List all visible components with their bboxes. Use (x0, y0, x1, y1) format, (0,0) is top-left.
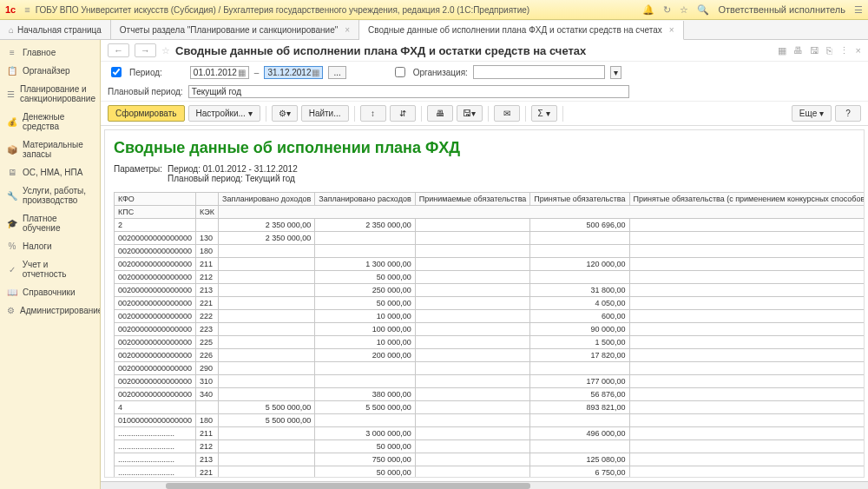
report-area[interactable]: Сводные данные об исполнении плана ФХД П… (104, 129, 865, 478)
sidebar-icon: 💰 (7, 117, 17, 127)
tab-reports[interactable]: Отчеты раздела "Планирование и санкциони… (111, 20, 359, 39)
sidebar-icon: ☰ (7, 89, 15, 99)
print-button[interactable]: 🖶 (427, 105, 453, 122)
sidebar-label: Органайзер (23, 66, 70, 76)
window-title: ГОБУ ВПО Университет искусств (Субсидия)… (36, 5, 643, 15)
close-icon[interactable]: × (669, 25, 674, 35)
sidebar-icon: 🖥 (7, 168, 17, 177)
sidebar-item[interactable]: 💰Денежные средства (0, 108, 100, 135)
sidebar-icon: ✓ (7, 265, 17, 274)
sidebar-item[interactable]: ⚙Администрирование (0, 301, 100, 320)
find-button[interactable]: Найти... (301, 105, 349, 122)
star-icon[interactable]: ☆ (680, 4, 688, 16)
sidebar-item[interactable]: 📋Органайзер (0, 62, 100, 80)
favorite-icon[interactable]: ☆ (161, 45, 170, 56)
org-input[interactable] (473, 65, 605, 79)
back-button[interactable]: ← (108, 43, 129, 57)
plan-period-select[interactable]: Текущий год (188, 85, 629, 98)
tab-summary[interactable]: Сводные данные об исполнении плана ФХД и… (359, 21, 683, 40)
sidebar-icon: 🔧 (7, 191, 17, 201)
sidebar-label: Материальные запасы (23, 140, 93, 159)
sidebar-label: Справочники (23, 287, 76, 297)
sidebar-label: ОС, НМА, НПА (23, 168, 82, 177)
app-logo: 1c (5, 4, 16, 15)
plan-period-label: Плановый период: (108, 87, 183, 96)
filter-button[interactable]: ⚙▾ (272, 105, 298, 122)
sidebar-label: Учет и отчетность (23, 260, 93, 279)
sidebar-icon: ≡ (7, 48, 17, 57)
date-to[interactable]: 31.12.2012▦ (264, 66, 323, 79)
report-title: Сводные данные об исполнении плана ФХД (114, 139, 855, 157)
sidebar-label: Администрирование (20, 306, 101, 315)
expand-button[interactable]: ↕ (360, 105, 386, 122)
titlebar: 1c ≡ ГОБУ ВПО Университет искусств (Субс… (0, 0, 868, 20)
sidebar-item[interactable]: 📖Справочники (0, 283, 100, 301)
sidebar-item[interactable]: ☰Планирование и санкционирование (0, 80, 100, 108)
sidebar-icon: 📋 (7, 66, 17, 76)
form-button[interactable]: Сформировать (108, 105, 185, 122)
sidebar-icon: % (7, 241, 17, 251)
collapse-button[interactable]: ⇵ (390, 105, 416, 122)
save-button[interactable]: 🖫▾ (457, 105, 483, 122)
search-icon[interactable]: 🔍 (697, 4, 709, 16)
sidebar-icon: 🎓 (7, 219, 17, 228)
calendar-icon[interactable]: ▦ (312, 68, 319, 77)
sidebar-item[interactable]: 🖥ОС, НМА, НПА (0, 163, 100, 182)
save-icon[interactable]: 🖫 (810, 45, 819, 56)
org-picker-button[interactable]: ▾ (610, 66, 621, 79)
forward-button[interactable]: → (135, 43, 156, 57)
mail-button[interactable]: ✉ (494, 105, 520, 122)
settings-button[interactable]: Настройки... ▾ (188, 105, 260, 122)
user-menu-icon[interactable]: ☰ (854, 4, 863, 16)
user-label[interactable]: Ответственный исполнитель (718, 4, 845, 16)
sidebar-label: Платное обучение (23, 214, 93, 233)
org-checkbox[interactable] (395, 67, 405, 77)
sidebar-label: Главное (23, 48, 56, 57)
more-button[interactable]: Еще ▾ (792, 105, 832, 122)
close-icon[interactable]: × (345, 25, 350, 35)
period-label: Период: (129, 68, 162, 77)
link-icon[interactable]: ⎘ (826, 45, 832, 56)
org-label: Организация: (413, 68, 468, 77)
tab-home[interactable]: Начальная страница (0, 20, 111, 39)
sum-button[interactable]: Σ ▾ (531, 105, 557, 122)
sidebar-icon: 📖 (7, 287, 17, 297)
h-scrollbar[interactable] (101, 481, 868, 489)
page-header: ← → ☆ Сводные данные об исполнении плана… (101, 40, 868, 62)
more-icon[interactable]: ⋮ (839, 45, 849, 56)
report-toolbar: Сформировать Настройки... ▾ ⚙▾ Найти... … (101, 101, 868, 126)
sidebar-item[interactable]: 🎓Платное обучение (0, 209, 100, 237)
sidebar-label: Планирование и санкционирование (20, 84, 95, 103)
sidebar-item[interactable]: 🔧Услуги, работы, производство (0, 182, 100, 209)
history-icon[interactable]: ↻ (663, 4, 671, 16)
period-checkbox[interactable] (111, 67, 122, 77)
tabbar: Начальная страница Отчеты раздела "Плани… (0, 20, 868, 40)
sidebar-label: Денежные средства (23, 112, 93, 131)
sidebar-icon: ⚙ (7, 306, 15, 315)
sidebar-item[interactable]: ≡Главное (0, 43, 100, 62)
calendar-icon[interactable]: ▦ (238, 68, 246, 77)
sidebar-item[interactable]: %Налоги (0, 237, 100, 255)
sidebar-item[interactable]: ✓Учет и отчетность (0, 255, 100, 283)
close-page-icon[interactable]: × (856, 45, 861, 56)
sidebar-item[interactable]: 📦Материальные запасы (0, 135, 100, 163)
report-table: КФОЗапланировано доходовЗапланировано ра… (114, 192, 865, 478)
sidebar-icon: 📦 (7, 145, 17, 155)
period-picker-button[interactable]: ... (328, 66, 345, 79)
help-button[interactable]: ? (835, 105, 861, 122)
print-preview-icon[interactable]: ▦ (778, 45, 786, 56)
print-icon[interactable]: 🖶 (793, 45, 803, 56)
sidebar-label: Налоги (23, 241, 52, 251)
sidebar: ≡Главное📋Органайзер☰Планирование и санкц… (0, 40, 101, 489)
date-from[interactable]: 01.01.2012▦ (190, 66, 249, 79)
menu-icon[interactable]: ≡ (24, 4, 30, 15)
sidebar-label: Услуги, работы, производство (23, 186, 93, 205)
report-params: Параметры: Период: 01.01.2012 - 31.12.20… (114, 164, 855, 183)
page-title: Сводные данные об исполнении плана ФХД и… (175, 44, 773, 57)
bell-icon[interactable]: 🔔 (642, 4, 654, 16)
